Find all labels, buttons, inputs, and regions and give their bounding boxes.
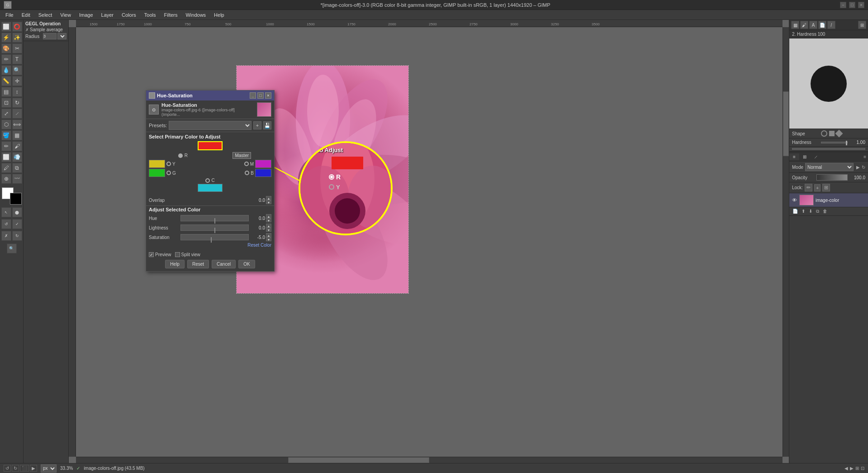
- unit-select[interactable]: px: [41, 464, 57, 473]
- rph-fonts-icon[interactable]: A: [809, 21, 817, 29]
- radius-input[interactable]: [43, 33, 57, 39]
- lock-all-btn[interactable]: ⊞: [822, 184, 830, 191]
- duplicate-layer-btn[interactable]: ⧉: [815, 208, 821, 215]
- menu-edit[interactable]: Edit: [18, 11, 34, 19]
- tool-align[interactable]: ▤: [1, 87, 11, 97]
- tool-scale[interactable]: ⤢: [1, 109, 11, 119]
- overlap-down[interactable]: ▼: [266, 200, 271, 204]
- tool-undo[interactable]: ↺: [1, 219, 11, 229]
- sat-up[interactable]: ▲: [266, 233, 271, 237]
- rph-brushes-icon[interactable]: 🖌: [800, 21, 808, 29]
- overlap-up[interactable]: ▲: [266, 196, 271, 200]
- cyan-swatch[interactable]: [198, 184, 223, 192]
- opacity-slider[interactable]: [816, 174, 848, 181]
- menu-select[interactable]: Select: [35, 11, 56, 19]
- split-view-checkbox[interactable]: [175, 252, 180, 257]
- help-button[interactable]: Help: [165, 260, 185, 268]
- presets-dropdown[interactable]: [169, 121, 251, 130]
- mode-refresh-icon[interactable]: ↻: [862, 165, 865, 170]
- h-scroll-thumb[interactable]: [288, 457, 429, 463]
- tool-paintbrush[interactable]: 🖌: [12, 141, 22, 151]
- tool-eraser[interactable]: ⬜: [1, 152, 11, 162]
- tool-refresh[interactable]: ↻: [12, 231, 22, 241]
- sat-down[interactable]: ▼: [266, 237, 271, 241]
- tool-flip[interactable]: ⟺: [12, 119, 22, 129]
- presets-add-btn[interactable]: +: [253, 121, 261, 129]
- tool-text[interactable]: T: [12, 54, 22, 64]
- tool-shear[interactable]: ⟋: [12, 109, 22, 119]
- shape-square-option[interactable]: [829, 131, 835, 136]
- shape-circle-option[interactable]: [821, 130, 827, 137]
- minimize-button[interactable]: −: [840, 2, 846, 8]
- expand-icon[interactable]: ⊞: [858, 21, 866, 29]
- rph-paint-icon[interactable]: /: [827, 21, 835, 29]
- tool-paths[interactable]: ✏: [1, 54, 11, 64]
- layer-eye-icon[interactable]: 👁: [791, 197, 797, 203]
- master-button[interactable]: Master: [232, 152, 251, 159]
- red-swatch[interactable]: [198, 141, 223, 150]
- yellow-radio[interactable]: [166, 162, 171, 166]
- menu-help[interactable]: Help: [210, 11, 228, 19]
- tool-color-picker[interactable]: 💧: [1, 65, 11, 75]
- shape-diamond-option[interactable]: [835, 130, 843, 138]
- horizontal-scrollbar[interactable]: [76, 457, 783, 463]
- cancel-button[interactable]: Cancel: [212, 260, 236, 268]
- lower-layer-btn[interactable]: ⬇: [807, 208, 814, 215]
- tool-blend[interactable]: ▦: [12, 130, 22, 140]
- presets-save-btn[interactable]: 💾: [263, 121, 271, 129]
- tool-smudge[interactable]: 〰: [12, 174, 22, 184]
- tool-ellipse-select[interactable]: ⭕: [12, 22, 22, 32]
- menu-windows[interactable]: Windows: [182, 11, 209, 19]
- tool-heal[interactable]: ⊕: [1, 174, 11, 184]
- menu-view[interactable]: View: [57, 11, 75, 19]
- radius-dropdown[interactable]: 3: [57, 33, 66, 39]
- lightness-down[interactable]: ▼: [266, 228, 271, 232]
- statusbar-stop-btn[interactable]: ⬛: [20, 465, 29, 472]
- tool-free-select[interactable]: ⚡: [1, 33, 11, 43]
- new-layer-btn[interactable]: 📄: [791, 208, 799, 215]
- dialog-close[interactable]: ×: [265, 92, 271, 99]
- red-radio[interactable]: [178, 153, 183, 158]
- menu-layer[interactable]: Layer: [98, 11, 118, 19]
- cyan-radio[interactable]: [205, 178, 210, 183]
- lightness-slider[interactable]: [180, 225, 249, 231]
- tool-rect-select[interactable]: ⬜: [1, 22, 11, 32]
- tool-perspective[interactable]: ⬡: [1, 119, 11, 129]
- tool-arrow[interactable]: ↖: [1, 207, 11, 217]
- layers-tab[interactable]: ≡: [789, 153, 799, 160]
- menu-filters[interactable]: Filters: [161, 11, 181, 19]
- paths-tab[interactable]: ⟋: [810, 153, 822, 160]
- hardness-slider[interactable]: [821, 142, 848, 143]
- layer-item[interactable]: 👁 image-color: [789, 193, 868, 207]
- vertical-scrollbar[interactable]: [783, 27, 789, 457]
- tool-redo[interactable]: ✓: [12, 219, 22, 229]
- dialog-titlebar[interactable]: Hue-Saturation _ □ ×: [146, 91, 274, 100]
- close-button[interactable]: ×: [858, 2, 864, 8]
- statusbar-nav-left[interactable]: ◀: [844, 466, 848, 471]
- dialog-minimize[interactable]: _: [250, 92, 256, 99]
- tool-zoom[interactable]: 🔍: [12, 65, 22, 75]
- statusbar-reset-btn[interactable]: ↺: [4, 465, 11, 472]
- dialog-maximize[interactable]: □: [257, 92, 264, 99]
- tool-by-color[interactable]: 🎨: [1, 43, 11, 53]
- statusbar-fit[interactable]: ⊞: [855, 466, 859, 471]
- hue-slider[interactable]: [180, 215, 249, 221]
- saturation-slider[interactable]: [180, 234, 249, 240]
- mode-select[interactable]: Normal Multiply Screen: [805, 163, 854, 171]
- menu-colors[interactable]: Colors: [118, 11, 140, 19]
- ok-button[interactable]: OK: [238, 260, 255, 268]
- tool-airbrush[interactable]: 💨: [12, 152, 22, 162]
- green-radio[interactable]: [166, 171, 171, 175]
- statusbar-play-btn[interactable]: ▶: [30, 465, 37, 472]
- hue-down[interactable]: ▼: [266, 218, 271, 222]
- layers-menu-btn[interactable]: ≡: [862, 153, 868, 160]
- menu-tools[interactable]: Tools: [141, 11, 160, 19]
- statusbar-zoom-fit[interactable]: ⊡: [861, 466, 864, 471]
- rph-docs-icon[interactable]: 📄: [818, 21, 826, 29]
- green-swatch[interactable]: [149, 169, 165, 177]
- blue-swatch[interactable]: [255, 169, 271, 177]
- tool-pencil[interactable]: ✏: [1, 141, 11, 151]
- raise-layer-btn[interactable]: ⬆: [800, 208, 806, 215]
- tool-measure[interactable]: 📏: [1, 76, 11, 86]
- tool-view[interactable]: 🔍: [7, 244, 17, 253]
